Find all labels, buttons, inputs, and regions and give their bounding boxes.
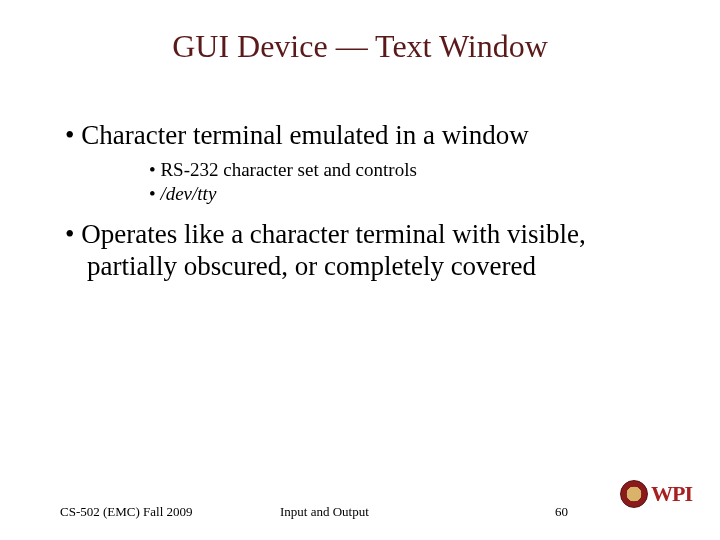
wpi-logo-text: WPI	[651, 481, 692, 507]
bullet-text: Character terminal emulated in a window	[81, 120, 529, 150]
bullet-text: Operates like a character terminal with …	[81, 219, 586, 281]
bullet-list-level1: Character terminal emulated in a window …	[65, 120, 665, 283]
footer-topic: Input and Output	[280, 504, 369, 520]
bullet-subitem: RS-232 character set and controls	[149, 158, 665, 182]
slide-body: Character terminal emulated in a window …	[65, 120, 665, 289]
wpi-logo: WPI	[620, 480, 692, 508]
slide: GUI Device — Text Window Character termi…	[0, 0, 720, 540]
bullet-text: RS-232 character set and controls	[160, 159, 416, 180]
bullet-subitem: /dev/tty	[149, 182, 665, 206]
bullet-list-level2: RS-232 character set and controls /dev/t…	[87, 158, 665, 206]
footer-page-number: 60	[555, 504, 568, 520]
slide-title: GUI Device — Text Window	[0, 28, 720, 65]
footer-course: CS-502 (EMC) Fall 2009	[60, 504, 193, 520]
bullet-text: /dev/tty	[160, 183, 216, 204]
bullet-item: Operates like a character terminal with …	[65, 219, 665, 283]
wpi-seal-icon	[620, 480, 648, 508]
bullet-item: Character terminal emulated in a window …	[65, 120, 665, 205]
